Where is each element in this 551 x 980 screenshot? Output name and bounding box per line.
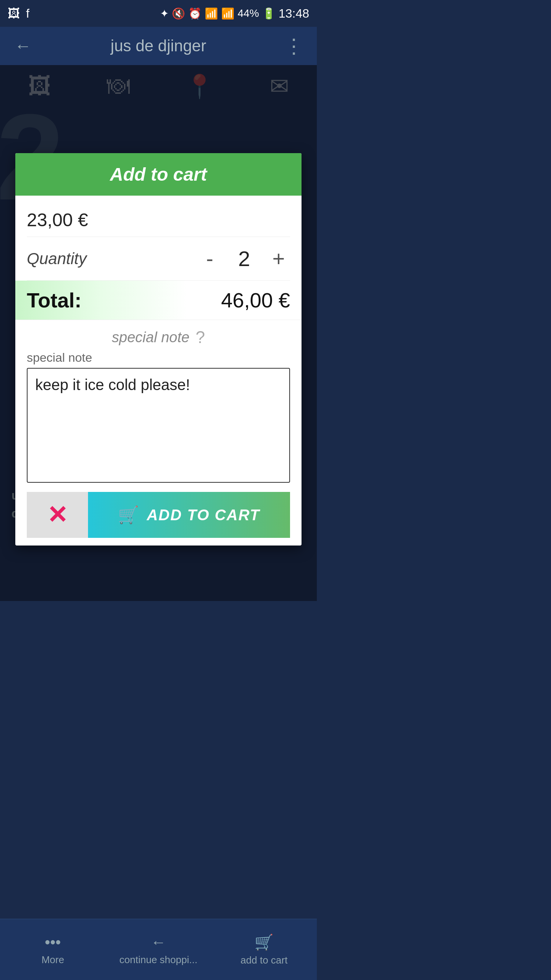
cart-plus-icon: 🛒 [118,505,139,525]
more-options-button[interactable]: ⋮ [282,36,305,56]
signal-icon: 📶 [221,7,235,20]
bluetooth-icon: ✦ [160,7,169,20]
background-content: 🖼 🍽 📍 ✉ 2 Add to cart 23,00 € Quantity -… [0,65,317,601]
cancel-button[interactable]: ✕ [27,492,88,538]
quantity-controls: - 2 + [198,246,290,271]
total-label: Total: [27,288,221,312]
modal-body: 23,00 € Quantity - 2 + Total: 46,00 € sp… [15,196,302,546]
facebook-icon: f [26,7,29,21]
special-note-field-label: special note [27,351,290,365]
special-note-header: special note ? [27,320,290,351]
modal-header: Add to cart [15,153,302,196]
add-to-cart-button[interactable]: 🛒 ADD TO CART [88,492,290,538]
special-note-header-label: special note [112,329,189,346]
increase-quantity-button[interactable]: + [267,248,290,270]
quantity-value: 2 [233,246,256,271]
quantity-row: Quantity - 2 + [27,237,290,281]
special-note-field-container: special note [27,351,290,484]
total-value: 46,00 € [221,288,290,312]
close-icon: ✕ [47,503,68,527]
add-cart-button-label: ADD TO CART [147,506,260,524]
toolbar: ← jus de djinger ⋮ [0,27,317,65]
battery-percentage: 44% [238,7,259,20]
wifi-icon: 📶 [205,7,218,20]
add-to-cart-modal: Add to cart 23,00 € Quantity - 2 + Total… [15,153,302,546]
price-row: 23,00 € [27,203,290,237]
battery-icon: 🔋 [262,7,276,20]
help-icon: ? [196,328,205,347]
special-note-textarea[interactable] [27,368,290,483]
page-title: jus de djinger [111,37,206,55]
gallery-icon: 🖼 [8,7,20,21]
status-bar: 🖼 f ✦ 🔇 ⏰ 📶 📶 44% 🔋 13:48 [0,0,317,27]
status-bar-left: 🖼 f [8,7,29,21]
product-price: 23,00 € [27,210,88,230]
quantity-label: Quantity [27,250,187,268]
alarm-icon: ⏰ [188,7,202,20]
time-display: 13:48 [279,7,309,21]
modal-title: Add to cart [110,164,207,185]
back-button[interactable]: ← [11,38,34,54]
total-row: Total: 46,00 € [15,281,302,320]
mute-icon: 🔇 [172,7,185,20]
modal-action-buttons: ✕ 🛒 ADD TO CART [27,492,290,538]
status-bar-right: ✦ 🔇 ⏰ 📶 📶 44% 🔋 13:48 [160,7,309,21]
decrease-quantity-button[interactable]: - [198,248,221,270]
